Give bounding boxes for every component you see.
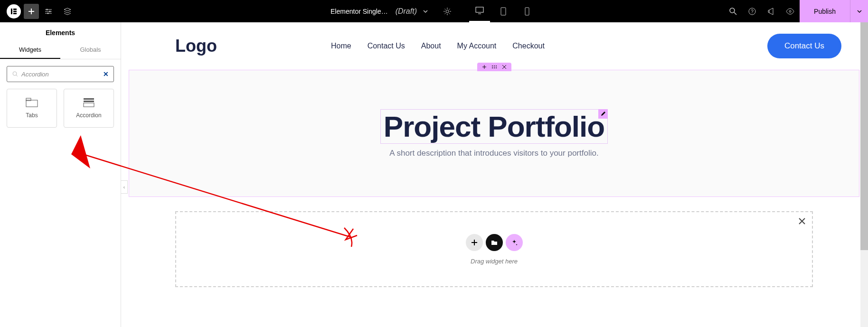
svg-point-15 [13, 72, 17, 75]
svg-rect-16 [26, 100, 38, 107]
plus-icon [482, 65, 487, 69]
nav-link[interactable]: My Account [457, 42, 497, 50]
svg-point-25 [494, 67, 495, 68]
svg-point-4 [47, 9, 48, 10]
hero-section[interactable]: Project Portfolio A short description th… [129, 70, 859, 197]
sliders-icon [44, 7, 53, 16]
svg-rect-2 [13, 10, 17, 12]
help-button[interactable]: ? [743, 2, 762, 21]
svg-point-11 [730, 8, 735, 13]
top-toolbar: Elementor Single… (Draft) ? [0, 0, 868, 22]
edit-widget-button[interactable] [598, 109, 608, 119]
add-element-button[interactable] [24, 4, 39, 19]
desktop-view-button[interactable] [469, 0, 490, 22]
ai-generate-button[interactable] [506, 234, 523, 251]
finder-button[interactable] [724, 2, 743, 21]
dropzone-hint: Drag widget here [471, 258, 518, 265]
nav-link[interactable]: About [421, 42, 441, 50]
desktop-icon [475, 6, 484, 15]
heading-widget[interactable]: Project Portfolio [380, 109, 608, 144]
megaphone-icon [767, 7, 775, 16]
tab-widgets[interactable]: Widgets [0, 41, 60, 59]
preview-button[interactable] [781, 2, 800, 21]
dropzone-close-button[interactable] [798, 217, 806, 225]
nav-link[interactable]: Home [331, 42, 351, 50]
svg-rect-1 [13, 9, 17, 10]
tablet-view-button[interactable] [493, 0, 514, 22]
accordion-icon [83, 98, 95, 107]
elements-panel: Elements Widgets Globals ✕ Tabs Accordio… [0, 22, 121, 327]
svg-point-22 [494, 65, 495, 66]
svg-rect-3 [13, 13, 17, 14]
sparkle-icon [511, 239, 518, 246]
svg-point-26 [496, 67, 497, 68]
widget-tabs[interactable]: Tabs [7, 89, 57, 128]
widget-dropzone[interactable]: Drag widget here [175, 211, 813, 287]
tab-globals[interactable]: Globals [60, 41, 121, 59]
svg-text:?: ? [751, 9, 754, 14]
site-logo-text[interactable]: Logo [175, 36, 217, 56]
search-icon [729, 7, 737, 16]
topbar-center: Elementor Single… (Draft) [330, 0, 538, 22]
panel-collapse-handle[interactable]: ‹ [121, 180, 128, 194]
svg-point-6 [47, 12, 49, 14]
search-clear-button[interactable]: ✕ [103, 70, 109, 78]
grip-icon [491, 65, 497, 69]
scrollbar-thumb[interactable] [860, 22, 868, 250]
svg-point-21 [492, 65, 493, 66]
topbar-right: ? Publish [724, 0, 868, 22]
panel-tabs: Widgets Globals [0, 41, 121, 59]
svg-point-5 [49, 10, 51, 12]
add-widget-button[interactable] [466, 234, 483, 251]
whats-new-button[interactable] [762, 2, 781, 21]
folder-icon [491, 240, 498, 245]
document-dropdown[interactable] [423, 9, 428, 14]
nav-link[interactable]: Contact Us [368, 42, 405, 50]
document-status: (Draft) [396, 7, 417, 16]
help-icon: ? [748, 7, 756, 16]
responsive-devices [469, 0, 538, 22]
widget-accordion[interactable]: Accordion [64, 89, 114, 128]
svg-point-14 [789, 10, 791, 12]
tabs-icon [26, 98, 38, 107]
widget-label: Accordion [76, 112, 101, 119]
mobile-icon [524, 7, 530, 16]
section-controls [477, 63, 511, 71]
site-settings-button[interactable] [39, 2, 58, 21]
elementor-logo[interactable] [7, 4, 21, 19]
section-delete-button[interactable] [502, 65, 507, 69]
page-settings-button[interactable] [438, 2, 457, 21]
svg-point-7 [446, 10, 449, 13]
publish-options-button[interactable] [850, 0, 868, 22]
svg-rect-19 [84, 101, 94, 102]
svg-rect-10 [525, 8, 529, 15]
nav-link[interactable]: Checkout [512, 42, 545, 50]
section-add-button[interactable] [482, 65, 487, 69]
publish-button[interactable]: Publish [800, 0, 850, 22]
svg-rect-18 [84, 98, 94, 100]
document-title[interactable]: Elementor Single… [330, 8, 388, 15]
plus-icon [471, 239, 478, 246]
plus-icon [28, 8, 35, 15]
widget-results: Tabs Accordion [0, 89, 121, 128]
template-library-button[interactable] [486, 234, 503, 251]
search-icon [12, 71, 19, 77]
close-icon [798, 217, 806, 225]
widget-search-input[interactable] [21, 71, 103, 78]
vertical-scrollbar[interactable] [860, 22, 868, 327]
header-cta-button[interactable]: Contact Us [767, 34, 841, 58]
mobile-view-button[interactable] [517, 0, 538, 22]
hero-subtitle: A short description that introduces visi… [389, 149, 598, 158]
widget-search[interactable]: ✕ [7, 66, 114, 82]
svg-rect-8 [476, 7, 483, 12]
structure-button[interactable] [58, 2, 77, 21]
eye-icon [785, 8, 795, 15]
pencil-icon [601, 111, 606, 116]
section-drag-handle[interactable] [491, 65, 497, 69]
svg-rect-9 [501, 8, 506, 15]
chevron-down-icon [423, 9, 428, 14]
close-icon [502, 65, 507, 69]
svg-rect-0 [11, 9, 12, 14]
gear-icon [443, 7, 452, 16]
chevron-down-icon [857, 9, 862, 14]
